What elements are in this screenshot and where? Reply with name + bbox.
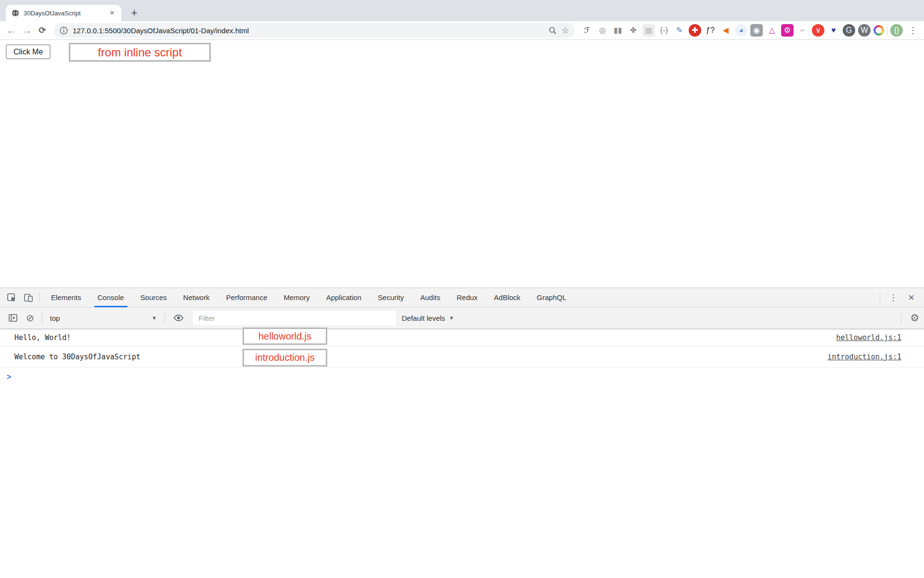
context-value: top	[50, 314, 60, 322]
inline-script-output: from inline script	[69, 43, 211, 62]
camera-extension-icon[interactable]: ◉	[750, 24, 763, 37]
devtools-window-controls: ⋮ ×	[877, 291, 924, 304]
console-message: Welcome to 30DaysOfJavaScript	[0, 353, 827, 361]
devtools-tab-console[interactable]: Console	[90, 288, 132, 307]
console-settings: ⚙	[898, 312, 919, 324]
f-question-extension-icon[interactable]: ƒ?	[704, 24, 717, 37]
new-tab-button[interactable]: +	[126, 5, 142, 21]
reload-icon[interactable]: ⟳	[35, 23, 50, 38]
annotation-box: introduction.js	[243, 349, 327, 367]
devtools-tab-memory[interactable]: Memory	[276, 288, 318, 307]
tab-title: 30DaysOfJavaScript	[24, 10, 108, 17]
page-content: Click Me from inline script	[0, 40, 924, 288]
devtools-tab-performance[interactable]: Performance	[218, 288, 276, 307]
devtools-tabbar: ElementsConsoleSourcesNetworkPerformance…	[0, 288, 924, 307]
devtools-panel: ElementsConsoleSourcesNetworkPerformance…	[0, 288, 924, 578]
bug-extension-icon[interactable]: ✤	[627, 24, 640, 37]
console-message: Hello, World!	[0, 333, 836, 342]
extensions-separator	[887, 26, 887, 35]
devtools-tab-elements[interactable]: Elements	[43, 288, 90, 307]
devtools-tab-sources[interactable]: Sources	[132, 288, 175, 307]
g-circle-extension-icon[interactable]: G	[843, 24, 855, 37]
megaphone-extension-icon[interactable]: ◀	[719, 24, 732, 37]
corner-arrow-extension-icon[interactable]: ⌐	[796, 24, 809, 37]
toolbar-separator-2	[165, 313, 165, 323]
tab-close-icon[interactable]: ×	[108, 8, 116, 18]
grid-extension-icon[interactable]: ▦	[642, 24, 655, 37]
forward-icon[interactable]: →	[19, 23, 35, 38]
console-rows: Hello, World!helloworld.js:1Welcome to 3…	[0, 329, 924, 368]
swirl-extension-icon[interactable]: ◕	[735, 24, 747, 37]
console-sidebar-toggle-icon[interactable]	[5, 311, 21, 325]
w-circle-extension-icon[interactable]: W	[858, 24, 871, 37]
devtools-tab-security[interactable]: Security	[370, 288, 412, 307]
click-me-button[interactable]: Click Me	[6, 44, 51, 59]
json-viewer-extension-icon[interactable]: {}	[890, 24, 903, 37]
devtools-tab-graphql[interactable]: GraphQL	[528, 288, 575, 307]
favicon-globe-icon	[12, 9, 19, 17]
clear-console-icon[interactable]: ⊘	[26, 312, 34, 324]
pause-bars-extension-icon[interactable]: ▮▮	[612, 24, 624, 37]
inspect-element-icon[interactable]	[4, 291, 20, 304]
log-levels-label: Default levels	[402, 314, 445, 322]
stop-hand-extension-icon[interactable]: ✚	[689, 24, 701, 37]
browser-toolbar: ← → ⟳ 127.0.0.1:5500/30DaysOfJavaScript/…	[0, 21, 924, 40]
source-link[interactable]: helloworld.js:1	[836, 333, 924, 342]
devtools-tab-network[interactable]: Network	[175, 288, 218, 307]
device-toolbar-icon[interactable]	[20, 291, 37, 304]
extension-icons: ℱ◎▮▮✤▦(-)✎✚ƒ?◀◕◉△⚙⌐∨♥GW{}	[581, 24, 903, 37]
log-levels-dropdown[interactable]: Default levels ▼	[402, 314, 454, 322]
context-caret-icon: ▼	[152, 315, 157, 321]
console-toolbar: ⊘ top ▼ Default levels ▼ ⚙	[0, 307, 924, 329]
settings-gear-icon[interactable]: ⚙	[910, 312, 919, 324]
prompt-chevron-icon: >	[0, 371, 12, 381]
context-selector[interactable]: top ▼	[45, 314, 162, 322]
target-extension-icon[interactable]: ◎	[596, 24, 609, 37]
devtools-menu-icon[interactable]: ⋮	[883, 292, 903, 303]
page-info-icon[interactable]	[60, 26, 68, 35]
annotation-box: helloworld.js	[243, 328, 327, 345]
filter-input[interactable]	[193, 311, 396, 325]
devtools-tab-redux[interactable]: Redux	[449, 288, 486, 307]
pink-triangle-extension-icon[interactable]: △	[766, 24, 778, 37]
console-prompt-row[interactable]: >	[0, 368, 924, 385]
console-log-row: Hello, World!helloworld.js:1	[0, 329, 924, 346]
console-log-row: Welcome to 30DaysOfJavaScriptintroductio…	[0, 346, 924, 368]
pink-square-extension-icon[interactable]: ⚙	[781, 24, 794, 37]
controls-separator	[880, 292, 880, 303]
log-levels-caret-icon: ▼	[449, 315, 454, 321]
devtools-tabs: ElementsConsoleSourcesNetworkPerformance…	[43, 288, 575, 307]
browser-menu-icon[interactable]: ⋮	[906, 25, 920, 36]
address-bar[interactable]: 127.0.0.1:5500/30DaysOfJavaScript/01-Day…	[54, 23, 575, 38]
devtools-tab-application[interactable]: Application	[318, 288, 370, 307]
source-link[interactable]: introduction.js:1	[827, 353, 924, 361]
toolbar-separator-1	[42, 313, 42, 323]
script-f-extension-icon[interactable]: ℱ	[581, 24, 593, 37]
pocket-extension-icon[interactable]: ∨	[812, 24, 824, 37]
devtools-tab-adblock[interactable]: AdBlock	[486, 288, 528, 307]
devtools-tab-audits[interactable]: Audits	[412, 288, 449, 307]
tab-strip: 30DaysOfJavaScript × +	[0, 0, 924, 21]
devtools-close-icon[interactable]: ×	[903, 291, 919, 304]
bookmark-star-icon[interactable]: ☆	[562, 25, 569, 36]
live-expression-eye-icon[interactable]	[173, 312, 184, 324]
toolbar-separator-3	[901, 313, 901, 323]
browser-tab[interactable]: 30DaysOfJavaScript ×	[6, 5, 121, 21]
url-text[interactable]: 127.0.0.1:5500/30DaysOfJavaScript/01-Day…	[73, 26, 544, 35]
back-icon[interactable]: ←	[4, 23, 19, 38]
brackets-extension-icon[interactable]: (-)	[658, 24, 670, 37]
eyedropper-extension-icon[interactable]: ✎	[673, 24, 686, 37]
heart-search-extension-icon[interactable]: ♥	[827, 24, 840, 37]
console-output: Hello, World!helloworld.js:1Welcome to 3…	[0, 329, 924, 385]
tabbar-separator	[39, 292, 40, 303]
rainbow-extension-icon[interactable]	[873, 25, 884, 36]
zoom-icon[interactable]	[549, 26, 557, 35]
